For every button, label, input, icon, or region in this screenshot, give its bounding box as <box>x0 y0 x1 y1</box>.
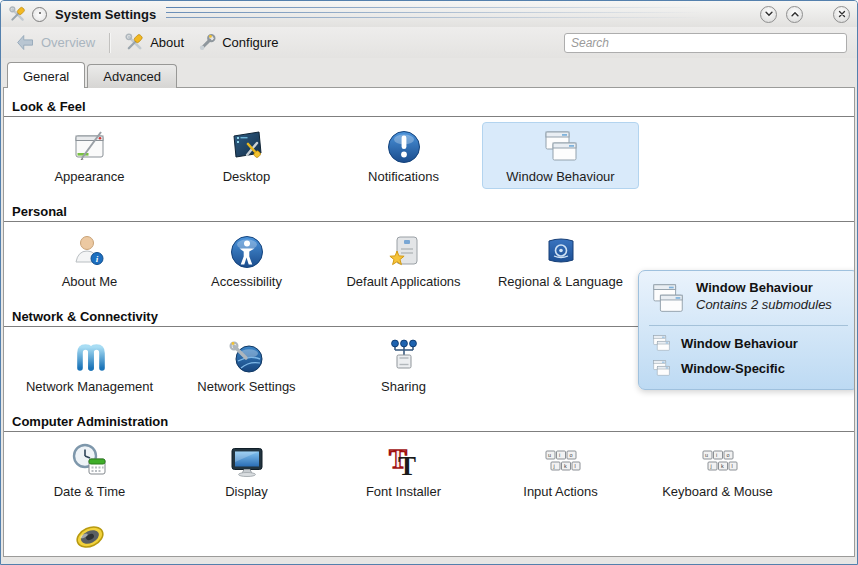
module-label: Accessibility <box>211 274 282 289</box>
module-label: Network Management <box>26 379 153 394</box>
module-label: Display <box>225 484 268 499</box>
window-behaviour-icon <box>649 280 687 318</box>
overview-button[interactable]: Overview <box>9 30 101 55</box>
module-date-time[interactable]: Date & Time <box>11 437 168 504</box>
module-window-behaviour[interactable]: Window Behaviour <box>482 122 639 189</box>
module-label: Appearance <box>54 169 124 184</box>
section-row: Multimedia <box>4 508 854 557</box>
tooltip-header: Window Behaviour Contains 2 submodules <box>649 280 848 318</box>
window-icon <box>651 333 672 354</box>
module-accessibility[interactable]: Accessibility <box>168 227 325 294</box>
submodule-label: Window Behaviour <box>681 336 798 351</box>
titlebar-stripes <box>166 1 750 27</box>
module-label: Network Settings <box>197 379 295 394</box>
section-header-computer-administration: Computer Administration <box>4 403 854 432</box>
keyboard-keys-icon <box>698 442 738 482</box>
module-label: Regional & Language <box>498 274 623 289</box>
toolbar: Overview About Configure <box>1 27 857 58</box>
module-notifications[interactable]: Notifications <box>325 122 482 189</box>
module-regional-language[interactable]: Regional & Language <box>482 227 639 294</box>
module-tooltip: Window Behaviour Contains 2 submodules W… <box>638 270 855 390</box>
module-display[interactable]: Display <box>168 437 325 504</box>
close-button[interactable] <box>833 6 850 23</box>
keyboard-keys-icon <box>541 442 581 482</box>
section-header-look-and-feel: Look & Feel <box>4 88 854 117</box>
minimize-button[interactable] <box>760 6 777 23</box>
crossed-tools-icon <box>124 32 145 53</box>
titlebar[interactable]: System Settings <box>1 1 857 27</box>
overview-label: Overview <box>41 35 95 50</box>
configure-button[interactable]: Configure <box>190 30 284 55</box>
notifications-icon <box>384 127 424 167</box>
module-label: Date & Time <box>54 484 126 499</box>
section-header-personal: Personal <box>4 193 854 222</box>
maximize-button[interactable] <box>786 6 803 23</box>
back-arrow-icon <box>15 32 36 53</box>
fonts-icon: T T <box>384 442 424 482</box>
tooltip-submodule-window-specific: Window-Specific <box>649 356 848 381</box>
module-label: Sharing <box>381 379 426 394</box>
appearance-icon <box>70 127 110 167</box>
module-keyboard-mouse[interactable]: Keyboard & Mouse <box>639 437 796 504</box>
wrench-icon <box>196 32 217 53</box>
module-appearance[interactable]: Appearance <box>11 122 168 189</box>
tooltip-subtitle: Contains 2 submodules <box>696 297 832 312</box>
module-sharing[interactable]: Sharing <box>325 332 482 399</box>
chevron-up-icon <box>790 9 800 19</box>
search-input[interactable] <box>564 33 847 53</box>
system-settings-window: System Settings Overview About <box>0 0 858 565</box>
tooltip-separator <box>649 325 848 326</box>
module-network-management[interactable]: Network Management <box>11 332 168 399</box>
monitor-icon <box>227 442 267 482</box>
section-row: Date & Time Display T <box>4 432 854 508</box>
tooltip-submodule-window-behaviour: Window Behaviour <box>649 331 848 356</box>
accessibility-icon <box>227 232 267 272</box>
network-management-icon <box>70 337 110 377</box>
default-applications-icon <box>384 232 424 272</box>
system-settings-app-icon <box>8 5 27 24</box>
section-row: Appearance Desktop <box>4 117 854 193</box>
module-about-me[interactable]: i About Me <box>11 227 168 294</box>
un-flag-icon <box>541 232 581 272</box>
svg-text:T: T <box>397 451 415 481</box>
tab-general[interactable]: General <box>7 62 85 88</box>
module-label: Window Behaviour <box>506 169 614 184</box>
search-container <box>564 33 847 53</box>
tab-bar: General Advanced <box>1 58 857 87</box>
module-font-installer[interactable]: T T Font Installer <box>325 437 482 504</box>
module-label: Notifications <box>368 169 439 184</box>
window-title: System Settings <box>55 7 156 22</box>
window-icon <box>651 358 672 379</box>
module-desktop[interactable]: Desktop <box>168 122 325 189</box>
configure-label: Configure <box>222 35 278 50</box>
module-multimedia[interactable]: Multimedia <box>11 513 168 557</box>
close-icon <box>837 9 847 19</box>
about-label: About <box>150 35 184 50</box>
clock-calendar-icon <box>70 442 110 482</box>
module-label: Default Applications <box>346 274 460 289</box>
module-network-settings[interactable]: Network Settings <box>168 332 325 399</box>
about-button[interactable]: About <box>118 30 190 55</box>
module-label: Desktop <box>223 169 271 184</box>
module-label: Font Installer <box>366 484 441 499</box>
module-default-applications[interactable]: Default Applications <box>325 227 482 294</box>
toolbar-separator <box>109 33 110 53</box>
submodule-label: Window-Specific <box>681 361 785 376</box>
tooltip-title: Window Behaviour <box>696 280 832 295</box>
globe-wrench-icon <box>227 337 267 377</box>
module-label: Input Actions <box>523 484 597 499</box>
module-input-actions[interactable]: Input Actions <box>482 437 639 504</box>
module-label: Keyboard & Mouse <box>662 484 773 499</box>
sharing-icon <box>384 337 424 377</box>
modules-panel: Look & Feel Appearance <box>3 87 855 557</box>
speaker-icon <box>70 518 110 557</box>
window-menu-icon[interactable] <box>32 7 47 22</box>
module-label: About Me <box>62 274 118 289</box>
user-info-icon: i <box>70 232 110 272</box>
desktop-icon <box>227 127 267 167</box>
window-behaviour-icon <box>541 127 581 167</box>
tab-advanced[interactable]: Advanced <box>87 64 177 88</box>
chevron-down-icon <box>764 9 774 19</box>
